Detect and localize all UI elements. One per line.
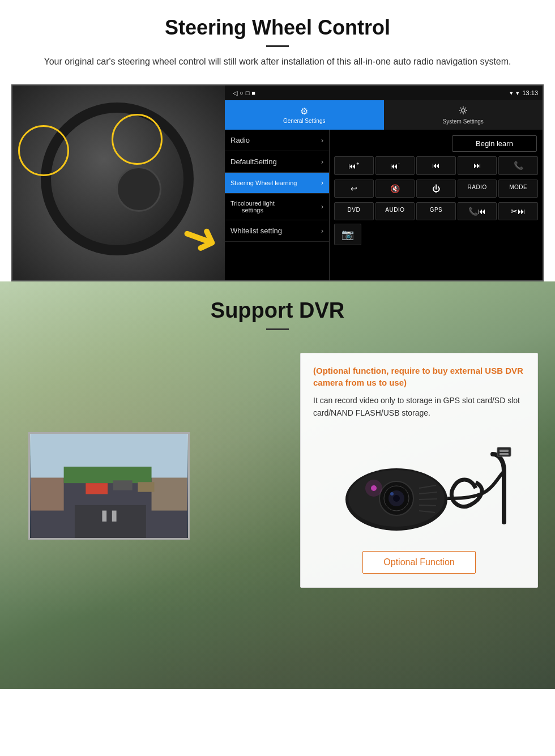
dvr-thumbnail-image [30,434,188,538]
dvr-right-col: (Optional function, require to buy exter… [300,353,538,588]
menu-whitelist-label: Whitelist setting [230,227,282,235]
ctrl-camera[interactable]: 📷 [334,224,361,245]
menu-item-whitelist[interactable]: Whitelist setting › [225,220,329,242]
dvr-optional-text: (Optional function, require to buy exter… [313,365,525,388]
svg-point-0 [462,109,465,112]
svg-rect-5 [112,511,117,522]
ctrl-mute[interactable]: 🔇 [375,180,415,198]
clock: 13:13 [522,89,538,96]
tab-general-label: General Settings [283,118,326,124]
svg-rect-13 [138,482,154,492]
svg-line-26 [419,499,437,499]
android-statusbar: ◁ ○ □ ■ ▾ ▾ 13:13 [225,86,543,100]
settings-icon [459,106,468,117]
android-menu: Radio › DefaultSetting › Steering Wheel … [225,130,543,280]
optional-function-button[interactable]: Optional Function [362,551,476,574]
dvr-title: Support DVR [34,298,521,323]
menu-item-radio[interactable]: Radio › [225,130,329,151]
dvr-header: Support DVR [0,281,555,336]
ctrl-grid-row1: ⏮+ ⏮- ⏮ ⏭ 📞 [332,155,540,176]
ctrl-back[interactable]: ↩ [334,180,374,198]
dvr-divider [266,328,289,330]
chevron-tricoloured: › [321,203,323,211]
back-icon: ◁ [233,89,237,97]
ctrl-vol-plus[interactable]: ⏮+ [334,156,374,175]
highlight-circle-right [112,114,163,165]
dvr-description-text: It can record video only to storage in G… [313,394,525,420]
dvr-section: Support DVR [0,281,555,689]
menu-defaultsetting-label: DefaultSetting [230,157,277,166]
svg-rect-4 [102,511,106,522]
tab-general-settings[interactable]: ⚙ General Settings [225,100,384,130]
menu-item-defaultsetting[interactable]: DefaultSetting › [225,151,329,173]
dvr-body: (Optional function, require to buy exter… [0,336,555,599]
steering-title: Steering Wheel Control [34,16,521,40]
android-tabs: ⚙ General Settings System Settings [225,100,543,130]
ctrl-vol-minus[interactable]: ⏮- [375,156,415,175]
steering-section: Steering Wheel Control Your original car… [0,0,555,281]
svg-rect-10 [64,467,152,483]
dvr-content: Support DVR [0,281,555,599]
menu-swlearning-label: Steering Wheel learning [230,180,297,186]
menu-left-panel: Radio › DefaultSetting › Steering Wheel … [225,130,330,280]
svg-point-23 [390,492,394,496]
recents-icon: □ [246,89,250,97]
menu-item-swlearning[interactable]: Steering Wheel learning › [225,173,329,194]
ctrl-mode[interactable]: MODE [498,180,538,198]
menu-tricoloured-label: Tricoloured lightsettings [230,200,275,213]
svg-point-30 [365,480,382,497]
svg-rect-15 [500,450,509,452]
home-icon: ○ [240,89,244,97]
svg-point-22 [393,495,400,502]
tab-system-label: System Settings [443,118,484,125]
ctrl-next[interactable]: ⏭ [458,156,497,175]
chevron-defaultsetting: › [321,158,323,166]
ctrl-cut-next[interactable]: ✂⏭ [498,202,538,220]
gear-icon: ⚙ [300,106,308,117]
ctrl-power[interactable]: ⏻ [416,180,456,198]
chevron-whitelist: › [321,227,323,235]
chevron-swlearning: › [321,179,323,187]
nav-icons: ◁ ○ □ ■ [233,89,255,97]
ctrl-audio[interactable]: AUDIO [375,202,415,220]
wifi-icon: ▾ [516,89,519,97]
menu-item-tricoloured[interactable]: Tricoloured lightsettings › [225,194,329,220]
ctrl-row-extra: 📷 [332,224,540,245]
svg-line-27 [419,505,436,506]
begin-learn-row: Begin learn [332,133,540,153]
ctrl-phone-prev[interactable]: 📞⏮ [458,202,497,220]
chevron-radio: › [321,136,323,144]
ctrl-grid-row2: ↩ 🔇 ⏻ RADIO MODE [332,178,540,199]
menu-radio-label: Radio [230,136,250,144]
ctrl-gps[interactable]: GPS [416,202,456,220]
svg-rect-11 [86,483,108,494]
sw-center [116,166,161,212]
highlight-circle-left [18,125,69,176]
android-ui-panel: ◁ ○ □ ■ ▾ ▾ 13:13 ⚙ General Settings [225,86,543,280]
svg-rect-16 [500,453,509,455]
ctrl-grid-row3: DVD AUDIO GPS 📞⏮ ✂⏭ [332,201,540,221]
dvr-thumbnail [28,432,190,540]
steering-photo: ➜ [12,86,225,281]
ctrl-phone[interactable]: 📞 [498,156,538,175]
steering-header: Steering Wheel Control Your original car… [0,0,555,74]
begin-learn-button[interactable]: Begin learn [452,135,537,152]
tab-system-settings[interactable]: System Settings [384,100,543,130]
steering-description: Your original car's steering wheel contr… [34,55,521,69]
signal-icon: ▾ [510,89,513,97]
ctrl-dvd[interactable]: DVD [334,202,374,220]
dvr-info-box: (Optional function, require to buy exter… [300,353,538,588]
svg-rect-3 [75,505,146,538]
ctrl-radio[interactable]: RADIO [458,180,497,198]
ctrl-prev[interactable]: ⏮ [416,156,456,175]
dvr-left-col [17,353,289,540]
dvr-camera-image [313,429,525,542]
menu-right-panel: Begin learn ⏮+ ⏮- ⏮ ⏭ 📞 ↩ 🔇 ⏻ [330,130,543,280]
menu-icon: ■ [251,89,255,97]
svg-rect-12 [113,480,133,490]
steering-ui-container: ➜ ◁ ○ □ ■ ▾ ▾ 13:13 ⚙ General [11,84,544,281]
header-divider [266,45,289,47]
